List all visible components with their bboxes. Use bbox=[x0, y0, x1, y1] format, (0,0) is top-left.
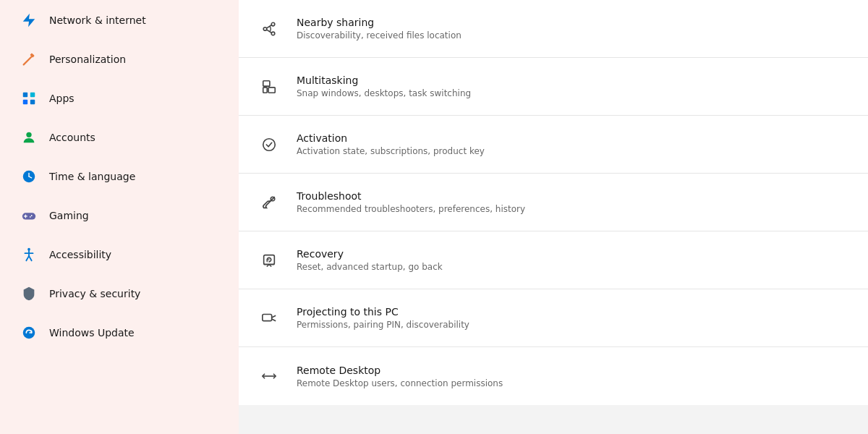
activation-text: Activation Activation state, subscriptio… bbox=[297, 132, 485, 156]
sidebar-item-network[interactable]: Network & internet bbox=[6, 1, 233, 39]
accounts-icon bbox=[20, 129, 38, 146]
time-icon bbox=[20, 168, 38, 185]
svg-line-20 bbox=[29, 256, 32, 260]
multitasking-title: Multitasking bbox=[297, 75, 471, 86]
accessibility-icon bbox=[20, 246, 38, 263]
svg-point-15 bbox=[30, 216, 31, 218]
recovery-icon bbox=[256, 247, 282, 273]
sidebar-item-update[interactable]: Windows Update bbox=[6, 314, 233, 352]
svg-rect-27 bbox=[263, 80, 270, 85]
settings-item-remote-desktop[interactable]: Remote Desktop Remote Desktop users, con… bbox=[239, 347, 868, 405]
settings-item-troubleshoot[interactable]: Troubleshoot Recommended troubleshooters… bbox=[239, 174, 868, 231]
recovery-desc: Reset, advanced startup, go back bbox=[297, 262, 443, 272]
svg-point-30 bbox=[263, 138, 276, 150]
remote-desktop-title: Remote Desktop bbox=[297, 365, 503, 376]
svg-line-19 bbox=[26, 256, 29, 260]
remote-desktop-desc: Remote Desktop users, connection permiss… bbox=[297, 378, 503, 388]
svg-rect-28 bbox=[268, 87, 275, 92]
gaming-icon bbox=[20, 207, 38, 224]
sidebar-item-personalization[interactable]: Personalization bbox=[6, 41, 233, 78]
svg-point-21 bbox=[23, 327, 35, 339]
activation-title: Activation bbox=[297, 132, 485, 144]
svg-rect-4 bbox=[30, 93, 35, 97]
troubleshoot-icon bbox=[256, 190, 282, 216]
apps-icon bbox=[20, 90, 38, 107]
svg-line-36 bbox=[272, 315, 276, 318]
privacy-icon bbox=[20, 285, 38, 302]
settings-item-recovery[interactable]: Recovery Reset, advanced startup, go bac… bbox=[239, 231, 868, 289]
sidebar-item-privacy-label: Privacy & security bbox=[49, 288, 140, 299]
svg-point-22 bbox=[271, 22, 275, 26]
sidebar-item-time[interactable]: Time & language bbox=[6, 158, 233, 195]
nearby-sharing-icon bbox=[256, 16, 282, 42]
svg-rect-3 bbox=[23, 93, 27, 97]
sidebar-item-update-label: Windows Update bbox=[49, 327, 135, 339]
multitasking-text: Multitasking Snap windows, desktops, tas… bbox=[297, 75, 471, 98]
update-icon bbox=[20, 324, 38, 341]
sidebar-item-gaming-label: Gaming bbox=[49, 210, 89, 221]
nearby-sharing-title: Nearby sharing bbox=[297, 17, 461, 28]
sidebar: Network & internet Personalization Apps bbox=[0, 0, 239, 434]
svg-point-24 bbox=[271, 32, 275, 35]
nearby-sharing-text: Nearby sharing Discoverability, received… bbox=[297, 17, 461, 41]
troubleshoot-text: Troubleshoot Recommended troubleshooters… bbox=[297, 190, 525, 214]
projecting-desc: Permissions, pairing PIN, discoverabilit… bbox=[297, 320, 469, 330]
settings-item-activation[interactable]: Activation Activation state, subscriptio… bbox=[239, 116, 868, 174]
projecting-icon bbox=[256, 305, 282, 331]
remote-desktop-text: Remote Desktop Remote Desktop users, con… bbox=[297, 365, 503, 388]
svg-point-14 bbox=[31, 215, 33, 216]
svg-line-37 bbox=[272, 318, 276, 320]
activation-icon bbox=[256, 132, 282, 158]
sidebar-item-gaming[interactable]: Gaming bbox=[6, 197, 233, 234]
svg-point-7 bbox=[26, 132, 31, 137]
svg-rect-35 bbox=[263, 314, 272, 320]
troubleshoot-desc: Recommended troubleshooters, preferences… bbox=[297, 204, 525, 214]
sidebar-item-accessibility-label: Accessibility bbox=[49, 249, 111, 260]
svg-line-1 bbox=[24, 56, 33, 65]
main-content: Nearby sharing Discoverability, received… bbox=[239, 0, 868, 434]
settings-item-nearby-sharing[interactable]: Nearby sharing Discoverability, received… bbox=[239, 0, 868, 58]
multitasking-desc: Snap windows, desktops, task switching bbox=[297, 88, 471, 98]
sidebar-item-time-label: Time & language bbox=[49, 171, 135, 182]
sidebar-item-accounts-label: Accounts bbox=[49, 132, 95, 143]
svg-point-23 bbox=[263, 27, 267, 30]
settings-item-projecting[interactable]: Projecting to this PC Permissions, pairi… bbox=[239, 289, 868, 347]
multitasking-icon bbox=[256, 74, 282, 100]
settings-item-multitasking[interactable]: Multitasking Snap windows, desktops, tas… bbox=[239, 58, 868, 116]
activation-desc: Activation state, subscriptions, product… bbox=[297, 146, 485, 156]
sidebar-item-network-label: Network & internet bbox=[49, 14, 146, 26]
remote-desktop-icon bbox=[256, 363, 282, 389]
svg-rect-6 bbox=[30, 100, 35, 104]
sidebar-item-apps[interactable]: Apps bbox=[6, 80, 233, 117]
sidebar-item-personalization-label: Personalization bbox=[49, 54, 126, 65]
nearby-sharing-desc: Discoverability, received files location bbox=[297, 30, 461, 41]
sidebar-item-privacy[interactable]: Privacy & security bbox=[6, 275, 233, 312]
network-icon bbox=[20, 12, 38, 29]
recovery-title: Recovery bbox=[297, 248, 443, 260]
projecting-title: Projecting to this PC bbox=[297, 306, 469, 318]
personalization-icon bbox=[20, 51, 38, 68]
sidebar-item-apps-label: Apps bbox=[49, 93, 75, 104]
recovery-text: Recovery Reset, advanced startup, go bac… bbox=[297, 248, 443, 272]
sidebar-item-accessibility[interactable]: Accessibility bbox=[6, 236, 233, 273]
svg-marker-0 bbox=[23, 14, 35, 27]
sidebar-item-accounts[interactable]: Accounts bbox=[6, 119, 233, 156]
svg-rect-29 bbox=[263, 87, 268, 92]
svg-rect-5 bbox=[23, 100, 27, 104]
projecting-text: Projecting to this PC Permissions, pairi… bbox=[297, 306, 469, 330]
troubleshoot-title: Troubleshoot bbox=[297, 190, 525, 202]
